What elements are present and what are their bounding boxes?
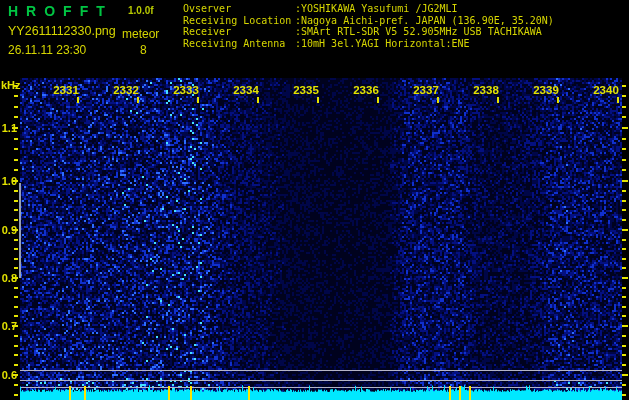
app-title: HROFFT	[8, 3, 113, 19]
y-axis-label: 1.1	[0, 122, 17, 134]
info-line-value: :Nagoya Aichi-pref. JAPAN (136.90E, 35.2…	[295, 15, 554, 26]
info-line-label: Receiving Location	[183, 15, 295, 27]
x-axis-label: 2335	[290, 84, 322, 96]
info-line: Receiving Location:Nagoya Aichi-pref. JA…	[183, 15, 554, 27]
x-axis-label: 2333	[170, 84, 202, 96]
output-filename: YY2611112330.png	[8, 24, 116, 38]
info-line-label: Ovserver	[183, 3, 295, 15]
x-axis-label: 2334	[230, 84, 262, 96]
x-axis-label: 2332	[110, 84, 142, 96]
info-line-value: :10mH 3el.YAGI Horizontal:ENE	[295, 38, 470, 49]
info-line: Receiver:SMArt RTL-SDR V5 52.905MHz USB …	[183, 26, 554, 38]
info-line-label: Receiving Antenna	[183, 38, 295, 50]
info-line: Ovserver:YOSHIKAWA Yasufumi /JG2MLI	[183, 3, 554, 15]
y-axis-label: 0.9	[0, 224, 17, 236]
y-axis-label: 0.6	[0, 369, 17, 381]
info-line-value: :SMArt RTL-SDR V5 52.905MHz USB TACHIKAW…	[295, 26, 542, 37]
app-version: 1.0.0f	[128, 5, 154, 16]
timestamp-label: 26.11.11 23:30	[8, 43, 86, 57]
x-axis-label: 2331	[50, 84, 82, 96]
mode-label: meteor	[122, 27, 159, 41]
y-axis-label: 1.0	[0, 175, 17, 187]
spectrogram-canvas	[0, 0, 629, 400]
x-axis-label: 2338	[470, 84, 502, 96]
x-axis-label: 2337	[410, 84, 442, 96]
x-axis-label: 2336	[350, 84, 382, 96]
x-axis-label: 2340	[590, 84, 622, 96]
info-line: Receiving Antenna:10mH 3el.YAGI Horizont…	[183, 38, 554, 50]
x-axis-label: 2339	[530, 84, 562, 96]
echo-count: 8	[140, 43, 147, 57]
y-axis-unit-label: kHz	[1, 79, 21, 91]
info-line-label: Receiver	[183, 26, 295, 38]
station-info: Ovserver:YOSHIKAWA Yasufumi /JG2MLIRecei…	[183, 3, 554, 49]
y-axis-label: 0.7	[0, 320, 17, 332]
y-axis-label: 0.8	[0, 272, 17, 284]
hrofft-screen: HROFFT 1.0.0f YY2611112330.png meteor 26…	[0, 0, 629, 400]
info-line-value: :YOSHIKAWA Yasufumi /JG2MLI	[295, 3, 458, 14]
